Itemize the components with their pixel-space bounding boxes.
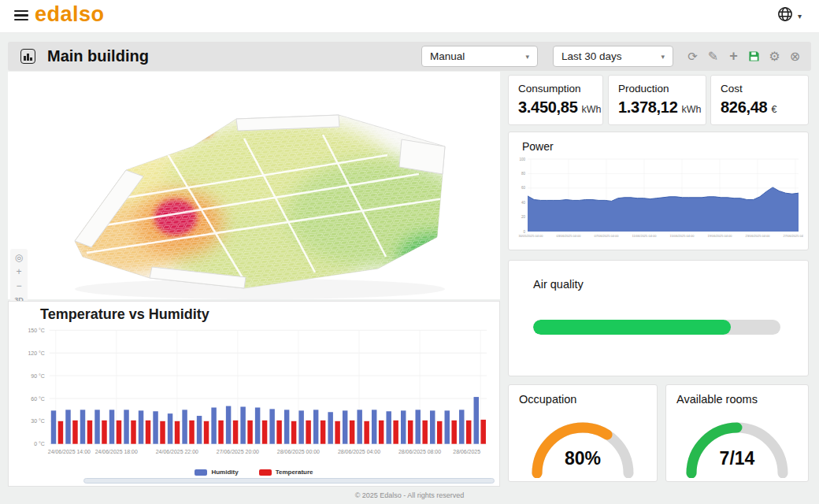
svg-text:60: 60 — [521, 186, 526, 190]
svg-text:120 °C: 120 °C — [28, 350, 44, 356]
gauge-title: Occupation — [519, 393, 576, 406]
kpi-unit: kWh — [681, 104, 701, 115]
chevron-down-icon: ▾ — [798, 12, 802, 20]
svg-text:27/06/2025 04:00: 27/06/2025 04:00 — [783, 234, 803, 238]
kpi-label: Cost — [721, 83, 799, 94]
kpi-label: Consumption — [518, 83, 593, 94]
footer-copyright: © 2025 Edalso - All rights reserved — [0, 488, 819, 504]
svg-text:60 °C: 60 °C — [31, 396, 44, 402]
close-circle-icon[interactable]: ⊗ — [788, 50, 802, 63]
language-menu-button[interactable]: ▾ — [776, 6, 802, 26]
add-icon[interactable]: + — [727, 50, 740, 63]
svg-text:0: 0 — [523, 230, 525, 234]
svg-text:100: 100 — [519, 158, 525, 161]
settings-gear-icon[interactable]: ⚙ — [768, 50, 781, 63]
chart-title: Power — [522, 140, 554, 153]
page-headerbar: Main building Manual ▾ Last 30 days ▾ ⟳ … — [8, 42, 811, 71]
svg-text:19/06/2025 04:00: 19/06/2025 04:00 — [707, 234, 732, 238]
svg-text:0 °C: 0 °C — [34, 441, 45, 447]
svg-text:30 °C: 30 °C — [31, 418, 44, 424]
zoom-in-button[interactable]: + — [12, 265, 26, 278]
svg-text:11/06/2025 04:00: 11/06/2025 04:00 — [632, 234, 658, 238]
date-range-select[interactable]: Last 30 days ▾ — [553, 46, 673, 67]
datazoom-slider[interactable] — [83, 478, 495, 484]
chart-title: Temperature vs Humidity — [40, 306, 209, 323]
kpi-value: 1.378,12 — [618, 98, 677, 117]
recenter-button[interactable]: ◎ — [12, 251, 26, 264]
humidity-swatch — [195, 469, 207, 476]
kpi-label: Production — [618, 83, 696, 94]
chart-title: Air quality — [533, 278, 584, 291]
gauge-value: 80% — [509, 448, 657, 469]
header-toolbar: ⟳ ✎ + ⚙ ⊗ — [686, 50, 802, 63]
hamburger-menu-icon[interactable] — [14, 10, 28, 21]
svg-text:30/05/2025 04:00: 30/05/2025 04:00 — [518, 234, 543, 238]
kpi-card-cost: Cost 826,48€ — [710, 75, 809, 125]
kpi-unit: € — [771, 104, 776, 115]
kpi-card-consumption: Consumption 3.450,85kWh — [508, 75, 603, 125]
gauge-value: 7/14 — [666, 448, 808, 469]
top-navbar: edalso ▾ — [0, 0, 819, 33]
zoom-out-button[interactable]: − — [12, 280, 26, 292]
svg-text:28/06/2025 00:00: 28/06/2025 00:00 — [277, 449, 320, 454]
save-icon[interactable] — [747, 50, 761, 62]
svg-text:40: 40 — [521, 201, 526, 205]
power-card: Power 02040608010030/05/2025 04:0003/06/… — [508, 132, 809, 250]
svg-text:24/06/2025 14:00: 24/06/2025 14:00 — [48, 449, 91, 454]
chevron-down-icon: ▾ — [525, 53, 529, 61]
bar-chart-icon — [20, 49, 35, 64]
globe-icon — [776, 6, 794, 26]
temp-humidity-chart: 0 °C30 °C60 °C90 °C120 °C150 °C24/06/202… — [12, 325, 494, 458]
air-quality-track — [533, 320, 780, 335]
svg-text:07/06/2025 04:00: 07/06/2025 04:00 — [594, 234, 619, 238]
svg-text:15/06/2025 04:00: 15/06/2025 04:00 — [669, 234, 695, 238]
power-chart: 02040608010030/05/2025 04:0003/06/2025 0… — [515, 156, 803, 244]
page-title: Main building — [47, 47, 149, 65]
available-rooms-card: Available rooms 7/14 — [665, 384, 809, 482]
refresh-icon[interactable]: ⟳ — [686, 50, 699, 63]
temperature-swatch — [259, 469, 272, 476]
legend-item-temperature[interactable]: Temperature — [259, 469, 313, 476]
floorplan-controls: ◎ + − 3D — [10, 249, 28, 309]
svg-text:150 °C: 150 °C — [28, 328, 44, 333]
svg-text:28/06/2025 04:00: 28/06/2025 04:00 — [338, 449, 380, 454]
occupation-card: Occupation 80% — [508, 384, 658, 482]
temp-humidity-card: Temperature vs Humidity 0 °C30 °C60 °C90… — [8, 301, 500, 487]
chart-legend: Humidity Temperature — [9, 469, 499, 476]
gauge-title: Available rooms — [676, 393, 758, 406]
mode-select[interactable]: Manual ▾ — [421, 46, 538, 67]
air-quality-fill — [533, 320, 731, 335]
kpi-value: 826,48 — [721, 98, 767, 117]
svg-text:24/06/2025 18:00: 24/06/2025 18:00 — [95, 449, 138, 454]
svg-text:23/06/2025 04:00: 23/06/2025 04:00 — [745, 234, 770, 238]
legend-item-humidity[interactable]: Humidity — [195, 469, 238, 476]
svg-text:28/06/2025: 28/06/2025 — [453, 449, 480, 454]
svg-text:03/06/2025 04:00: 03/06/2025 04:00 — [556, 234, 581, 238]
edit-icon[interactable]: ✎ — [706, 50, 720, 63]
svg-text:24/06/2025 22:00: 24/06/2025 22:00 — [156, 449, 198, 454]
edalso-logo: edalso — [35, 2, 105, 27]
svg-text:80: 80 — [521, 172, 526, 176]
floorplan-3d-view[interactable] — [8, 72, 500, 299]
floorplan-card: ◎ + − 3D — [8, 72, 500, 299]
kpi-card-production: Production 1.378,12kWh — [608, 75, 706, 125]
air-quality-card: Air quality — [508, 260, 809, 376]
kpi-unit: kWh — [581, 104, 601, 115]
svg-text:90 °C: 90 °C — [31, 373, 44, 379]
kpi-value: 3.450,85 — [518, 98, 577, 117]
dashboard-screen: edalso ▾ Main building Manual ▾ Last 30 … — [0, 0, 819, 504]
svg-text:20: 20 — [521, 215, 526, 219]
svg-text:28/06/2025 08:00: 28/06/2025 08:00 — [398, 449, 441, 454]
chevron-down-icon: ▾ — [661, 53, 665, 61]
svg-text:27/06/2025 20:00: 27/06/2025 20:00 — [217, 449, 259, 454]
